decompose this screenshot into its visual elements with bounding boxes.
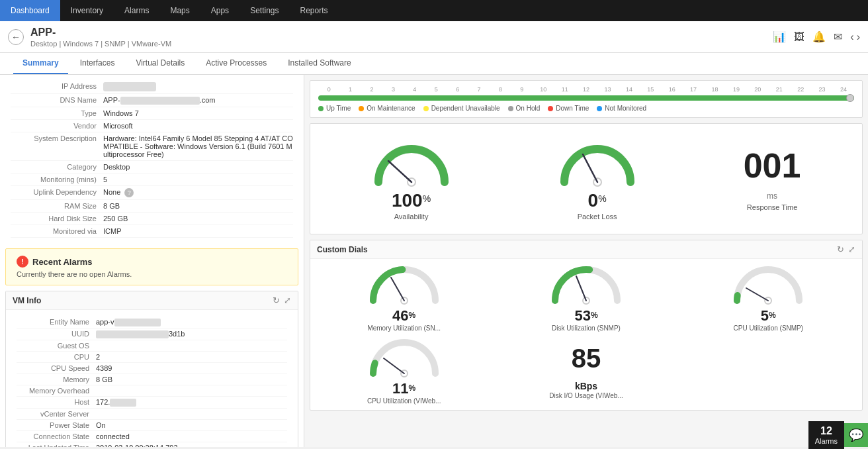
last-updated-label: Last Updated Time [17,444,96,447]
mail-icon[interactable]: ✉ [834,30,842,43]
tabs-bar: Summary Interfaces Virtual Details Activ… [0,53,868,75]
prev-arrow-icon[interactable]: ‹ [850,31,853,43]
entity-name-label: Entity Name [17,318,96,326]
vm-info-expand-icon[interactable]: ⤢ [284,295,291,305]
disk-io-dial: 85 kBps Disk I/O Usage (VIWeb... [498,337,674,405]
disk-util-value: 53% [574,309,597,323]
legend-maintenance: On Maintenance [359,105,415,112]
maintenance-dot [359,106,364,111]
notmonitored-dot [597,106,602,111]
mem-overhead-label: Memory Overhead [17,387,96,395]
hour-23: 23 [811,86,832,93]
custom-dials-refresh-icon[interactable]: ↻ [837,244,844,254]
hour-24: 24 [833,86,854,93]
timeline-cursor [846,94,854,102]
device-subtitle: Desktop | Windows 7 | SNMP | VMware-VM [30,40,171,48]
device-info-header: APP- Desktop | Windows 7 | SNMP | VMware… [30,26,171,48]
top-nav: Dashboard Inventory Alarms Maps Apps Set… [0,0,868,21]
custom-dials-title: Custom Dials [317,245,368,254]
monitored-value: ICMP [103,227,122,235]
memory-util-svg [368,264,441,307]
cpu-util-viweb-label: CPU Utilization (VIWeb... [367,397,441,405]
cpu-value: 2 [96,353,100,361]
tab-installed-software[interactable]: Installed Software [279,53,360,74]
hour-22: 22 [790,86,811,93]
dependent-dot [423,106,429,111]
hour-5: 5 [425,86,447,93]
nav-maps[interactable]: Maps [159,0,200,21]
vm-info-refresh-icon[interactable]: ↻ [273,295,280,305]
hour-19: 19 [726,86,747,93]
disk-util-label: Disk Utilization (SNMP) [552,324,621,332]
packet-loss-gauge: 0% Packet Loss [558,142,637,221]
power-state-row: Power State On [17,420,287,431]
left-panel: IP Address DNS Name APP-.com Type Window… [0,75,304,447]
custom-dials-panel: Custom Dials ↻ ⤢ 46% Memory Utiliza [310,240,863,411]
downtime-dot [548,106,553,111]
response-time-label: Response Time [747,203,797,211]
uplink-help-icon[interactable]: ? [124,188,134,197]
tab-active-processes[interactable]: Active Processes [196,53,276,74]
hour-13: 13 [597,86,618,93]
memory-util-label: Memory Utilization (SN... [367,324,441,332]
nav-settings[interactable]: Settings [239,0,289,21]
hour-8: 8 [490,86,511,93]
vm-info-title: VM Info [13,296,41,305]
svg-line-1 [388,161,412,182]
category-value: Desktop [103,163,130,171]
availability-label: Availability [394,213,429,221]
legend-dependent: Dependent Unavailable [423,105,500,112]
header-icons: 📊 🖼 🔔 ✉ ‹ › [773,30,860,43]
type-value: Windows 7 [103,109,139,117]
ip-address-value [103,82,156,91]
custom-dials-expand-icon[interactable]: ⤢ [848,244,855,254]
bell-icon[interactable]: 🔔 [812,30,826,43]
status-bar: 12 Alarms 💬 [808,421,868,447]
cpu-util-snmp-label: CPU Utilization (SNMP) [734,324,804,332]
memory-value: 8 GB [96,375,112,383]
tab-summary[interactable]: Summary [13,53,68,74]
uuid-value: 3d1b [96,330,185,338]
memory-label: Memory [17,375,96,383]
nav-inventory[interactable]: Inventory [60,0,114,21]
hour-15: 15 [640,86,661,93]
nav-alarms[interactable]: Alarms [114,0,159,21]
monitoring-label: Monitoring (mins) [11,175,103,183]
uuid-label: UUID [17,330,96,338]
entity-name-value: app-v [96,318,161,326]
memory-row: Memory 8 GB [17,374,287,385]
cpu-util-viweb-dial: 11% CPU Utilization (VIWeb... [316,337,492,405]
alarms-badge[interactable]: 12 Alarms [808,421,844,447]
dns-name-label: DNS Name [11,96,103,105]
mem-overhead-row: Memory Overhead [17,385,287,397]
chat-button[interactable]: 💬 [844,423,868,447]
hour-16: 16 [662,86,683,93]
last-updated-row: Last Updated Time 2019-03-19 09:28:14.79… [17,442,287,447]
alarms-count: 12 [820,425,832,437]
image-icon[interactable]: 🖼 [794,31,804,43]
cpu-label: CPU [17,353,96,361]
monitored-label: Monitored via [11,227,103,235]
connection-state-label: Connection State [17,432,96,440]
next-arrow-icon[interactable]: › [857,31,860,43]
device-info-table: IP Address DNS Name APP-.com Type Window… [0,75,304,243]
packet-loss-value: 0% [588,191,607,210]
response-time-gauge: 001 ms Response Time [744,142,801,221]
timeline-hours: 0 1 2 3 4 5 6 7 8 9 10 11 12 13 14 15 16… [318,86,854,93]
ram-value: 8 GB [103,202,120,210]
entity-name-row: Entity Name app-v [17,317,287,328]
nav-apps[interactable]: Apps [200,0,239,21]
hour-3: 3 [382,86,404,93]
nav-reports[interactable]: Reports [289,0,338,21]
nav-dashboard[interactable]: Dashboard [0,0,60,21]
tab-virtual-details[interactable]: Virtual Details [126,53,194,74]
response-time-unit: ms [767,191,777,201]
packet-loss-label: Packet Loss [578,213,617,221]
cpu-speed-value: 4389 [96,364,112,372]
vendor-label: Vendor [11,122,103,130]
memory-utilization-dial: 46% Memory Utilization (SN... [316,264,492,332]
chart-icon[interactable]: 📊 [773,30,786,43]
back-button[interactable]: ← [8,29,24,45]
tab-interfaces[interactable]: Interfaces [71,53,124,74]
alarms-badge-label: Alarms [815,437,838,445]
